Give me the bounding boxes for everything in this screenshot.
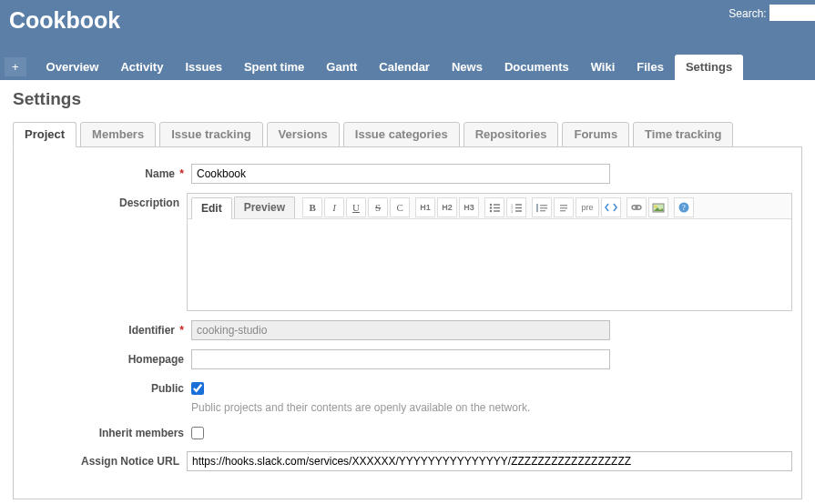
tab-settings[interactable]: Settings bbox=[675, 55, 743, 80]
italic-button[interactable]: I bbox=[324, 197, 344, 217]
assign-url-label: Assign Notice URL bbox=[23, 451, 187, 468]
editor-tab-preview[interactable]: Preview bbox=[234, 197, 295, 218]
svg-rect-17 bbox=[560, 207, 567, 208]
public-hint: Public projects and their contents are o… bbox=[191, 401, 530, 414]
inherit-checkbox[interactable] bbox=[191, 427, 204, 439]
description-label: Description bbox=[23, 193, 187, 209]
name-label: Name * bbox=[23, 164, 191, 180]
tab-activity[interactable]: Activity bbox=[109, 55, 174, 80]
settings-tab-project[interactable]: Project bbox=[13, 122, 76, 147]
homepage-input[interactable] bbox=[191, 349, 610, 369]
svg-rect-7 bbox=[515, 204, 522, 205]
quote-button[interactable] bbox=[532, 197, 552, 217]
svg-text:?: ? bbox=[682, 204, 686, 212]
settings-tab-time-tracking[interactable]: Time tracking bbox=[633, 122, 733, 147]
identifier-input bbox=[191, 320, 610, 340]
settings-tab-forums[interactable]: Forums bbox=[562, 122, 629, 147]
tab-news[interactable]: News bbox=[441, 55, 494, 80]
svg-rect-9 bbox=[515, 207, 522, 207]
svg-rect-18 bbox=[560, 210, 565, 211]
tab-issues[interactable]: Issues bbox=[174, 55, 232, 80]
main-menu: + Overview Activity Issues Spent time Ga… bbox=[0, 50, 815, 80]
description-editor: Edit Preview B I U S C H1 H2 H3 bbox=[187, 193, 792, 311]
search-area: Search: bbox=[728, 5, 815, 21]
bold-button[interactable]: B bbox=[302, 197, 322, 217]
required-mark: * bbox=[179, 167, 184, 180]
code-block-button[interactable] bbox=[601, 197, 621, 217]
settings-tab-issue-categories[interactable]: Issue categories bbox=[343, 122, 460, 147]
settings-tab-members[interactable]: Members bbox=[80, 122, 156, 147]
svg-rect-1 bbox=[494, 204, 500, 205]
settings-tabs: Project Members Issue tracking Versions … bbox=[13, 122, 802, 147]
svg-rect-12 bbox=[536, 204, 538, 212]
tab-files[interactable]: Files bbox=[626, 55, 675, 80]
svg-rect-16 bbox=[560, 205, 567, 206]
identifier-label: Identifier * bbox=[23, 320, 191, 337]
page-title: Settings bbox=[13, 89, 802, 109]
unordered-list-button[interactable] bbox=[484, 197, 504, 217]
strike-button[interactable]: S bbox=[368, 197, 388, 217]
tab-gantt[interactable]: Gantt bbox=[315, 55, 368, 80]
svg-rect-11 bbox=[515, 210, 522, 211]
search-input[interactable] bbox=[769, 5, 815, 21]
svg-text:3: 3 bbox=[511, 208, 513, 213]
underline-button[interactable]: U bbox=[346, 197, 366, 217]
help-button[interactable]: ? bbox=[674, 197, 694, 217]
header: Cookbook Search: bbox=[0, 0, 815, 50]
public-label: Public bbox=[23, 378, 191, 395]
tab-calendar[interactable]: Calendar bbox=[368, 55, 441, 80]
required-mark: * bbox=[179, 324, 184, 337]
public-checkbox[interactable] bbox=[191, 382, 204, 395]
inline-code-button[interactable]: C bbox=[390, 197, 410, 217]
description-textarea[interactable] bbox=[188, 219, 791, 310]
svg-point-0 bbox=[489, 203, 491, 205]
project-title: Cookbook bbox=[9, 0, 120, 34]
tab-spent-time[interactable]: Spent time bbox=[233, 55, 315, 80]
ordered-list-button[interactable]: 123 bbox=[506, 197, 526, 217]
svg-point-22 bbox=[655, 205, 657, 207]
pre-button[interactable]: pre bbox=[576, 197, 599, 217]
settings-tab-repositories[interactable]: Repositories bbox=[464, 122, 559, 147]
h3-button[interactable]: H3 bbox=[459, 197, 479, 217]
h1-button[interactable]: H1 bbox=[415, 197, 435, 217]
new-object-button[interactable]: + bbox=[5, 57, 26, 76]
unquote-button[interactable] bbox=[554, 197, 574, 217]
link-button[interactable] bbox=[627, 197, 647, 217]
settings-tab-issue-tracking[interactable]: Issue tracking bbox=[159, 122, 262, 147]
tab-overview[interactable]: Overview bbox=[36, 55, 110, 80]
inherit-label: Inherit members bbox=[23, 423, 191, 439]
svg-rect-5 bbox=[494, 210, 500, 211]
editor-tab-edit[interactable]: Edit bbox=[191, 197, 232, 219]
svg-rect-3 bbox=[494, 207, 500, 207]
svg-rect-13 bbox=[540, 205, 547, 206]
h2-button[interactable]: H2 bbox=[437, 197, 457, 217]
tab-wiki[interactable]: Wiki bbox=[580, 55, 627, 80]
image-button[interactable] bbox=[648, 197, 668, 217]
assign-url-input[interactable] bbox=[187, 451, 792, 471]
svg-rect-14 bbox=[540, 207, 547, 208]
svg-point-4 bbox=[489, 209, 491, 211]
svg-point-2 bbox=[489, 207, 491, 208]
tab-documents[interactable]: Documents bbox=[494, 55, 580, 80]
name-input[interactable] bbox=[191, 164, 610, 184]
settings-tab-versions[interactable]: Versions bbox=[267, 122, 340, 147]
search-label: Search: bbox=[728, 7, 766, 20]
homepage-label: Homepage bbox=[23, 349, 191, 366]
svg-rect-15 bbox=[540, 210, 545, 211]
svg-point-20 bbox=[636, 206, 641, 209]
settings-panel: Name * Description Edit Preview B I U S bbox=[13, 146, 802, 499]
